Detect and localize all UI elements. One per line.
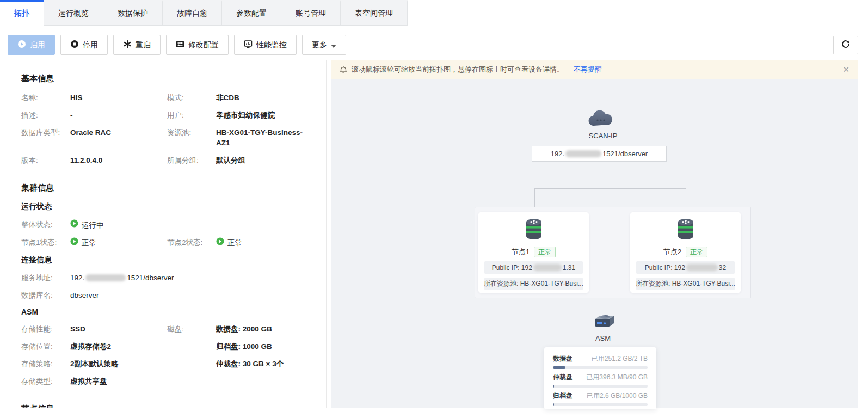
archive-disk-usage: 已用2.6 GB/1000 GB <box>587 391 648 401</box>
info-row: 存储策略:2副本默认策略 仲裁盘: 30 GB × 3个 <box>21 359 313 369</box>
resource-pool-label: 资源池: <box>167 127 216 148</box>
dbtype-label: 数据库类型: <box>21 127 70 148</box>
monitor-chart-icon <box>244 40 253 50</box>
chevron-down-icon <box>331 41 336 50</box>
node-info-title: 节点信息 <box>21 404 313 408</box>
redacted-ip-mask <box>533 264 562 271</box>
more-button-label: 更多 <box>312 40 327 50</box>
tab-bar: 拓扑 运行概览 数据保护 故障自愈 参数配置 账号管理 表空间管理 <box>0 0 868 26</box>
node2-status-badge: 正常 <box>686 247 707 257</box>
node2-status-value: 正常 <box>227 238 242 248</box>
quorum-disk-usage: 已用396.3 MB/90 GB <box>586 373 648 382</box>
archive-disk-progress <box>553 403 648 406</box>
node1-status-label: 节点1状态: <box>21 237 70 248</box>
data-disk-value: 数据盘: 2000 GB <box>216 324 272 334</box>
perf-monitor-button[interactable]: 性能监控 <box>234 35 297 55</box>
user-label: 用户: <box>167 110 216 120</box>
enable-button[interactable]: 启用 <box>8 35 55 55</box>
scan-ip-label: SCAN-IP <box>559 132 647 140</box>
node2-card[interactable]: 节点2 正常 Public IP: 19232 所在资源池: HB-XG01-T… <box>630 212 741 293</box>
database-info-panel: 基本信息 名称:HIS 模式:非CDB 描述:- 用户:孝感市妇幼保健院 数据库… <box>8 60 327 408</box>
data-disk-name: 数据盘 <box>553 354 572 364</box>
basic-info-title: 基本信息 <box>21 73 313 84</box>
node1-status-value: 正常 <box>82 238 96 248</box>
service-address-value: 192.1521/dbserver <box>70 273 174 283</box>
disk-row: 仲裁盘 已用396.3 MB/90 GB <box>553 373 648 382</box>
notice-bar: 滚动鼠标滚轮可缩放当前拓扑图，悬停在图标上时可查看设备详情。 不再提醒 ✕ <box>331 60 858 79</box>
connector-line <box>599 162 599 188</box>
redacted-ip-mask <box>565 150 601 157</box>
modify-config-label: 修改配置 <box>188 40 219 50</box>
modify-config-button[interactable]: 修改配置 <box>166 35 229 55</box>
version-value: 11.2.0.4.0 <box>70 155 102 165</box>
description-label: 描述: <box>21 110 70 120</box>
toolbar: 启用 停用 重启 修改配置 性能监控 更多 <box>8 35 346 55</box>
info-row: 数据库名:dbserver <box>21 290 313 300</box>
run-status-title: 运行状态 <box>21 202 313 212</box>
dont-remind-link[interactable]: 不再提醒 <box>574 65 602 75</box>
storage-perf-value: SSD <box>70 324 85 334</box>
node1-public-ip: Public IP: 1921.31 <box>484 261 583 274</box>
asm-label: ASM <box>570 334 636 342</box>
topology-canvas[interactable]: 滚动鼠标滚轮可缩放当前拓扑图，悬停在图标上时可查看设备详情。 不再提醒 ✕ SC… <box>331 60 858 408</box>
topology-diagram[interactable]: SCAN-IP 192.1521/dbserver 节点1 正常 <box>331 79 858 408</box>
tabbar-filler <box>408 0 868 26</box>
asm-title: ASM <box>21 308 313 316</box>
database-icon <box>673 216 699 244</box>
tab-tablespace[interactable]: 表空间管理 <box>341 0 408 26</box>
node1-status-badge: 正常 <box>534 247 556 257</box>
storage-policy-label: 存储策略: <box>21 359 70 369</box>
notice-text: 滚动鼠标滚轮可缩放当前拓扑图，悬停在图标上时可查看设备详情。 <box>352 65 564 75</box>
running-status-icon <box>70 219 78 230</box>
node2-resource-pool: 所在资源池: HB-XG01-TGY-Busi... <box>636 278 735 290</box>
scan-ip-address-box: 192.1521/dbserver <box>532 146 667 162</box>
bell-icon <box>340 66 347 74</box>
info-row: 服务地址: 192.1521/dbserver <box>21 273 313 283</box>
restart-button-label: 重启 <box>136 40 151 50</box>
group-value: 默认分组 <box>216 155 245 165</box>
notice-close-icon[interactable]: ✕ <box>842 65 849 75</box>
tab-self-healing[interactable]: 故障自愈 <box>163 0 222 26</box>
tab-parameters[interactable]: 参数配置 <box>222 0 281 26</box>
restart-icon <box>123 40 132 50</box>
empty-label <box>167 359 216 369</box>
refresh-icon <box>841 40 850 51</box>
enable-button-label: 启用 <box>30 40 45 50</box>
sliders-icon <box>176 40 184 50</box>
node2-public-ip: Public IP: 19232 <box>636 261 735 274</box>
dbtype-value: Oracle RAC <box>70 127 111 148</box>
running-status-icon <box>216 237 224 248</box>
quorum-disk-value: 仲裁盘: 30 GB × 3个 <box>216 359 284 369</box>
tab-topology[interactable]: 拓扑 <box>0 0 44 26</box>
disk-row: 数据盘 已用251.2 GB/2 TB <box>553 354 648 364</box>
dbname-label: 数据库名: <box>21 290 70 300</box>
disk-label: 磁盘: <box>167 324 216 334</box>
disable-button[interactable]: 停用 <box>60 35 108 55</box>
node1-name: 节点1 <box>512 247 530 257</box>
cluster-info-title: 集群信息 <box>21 183 313 193</box>
refresh-button[interactable] <box>833 36 858 54</box>
asm-storage-icon[interactable] <box>591 310 617 334</box>
restart-button[interactable]: 重启 <box>113 35 161 55</box>
more-button[interactable]: 更多 <box>302 35 346 55</box>
storage-location-value: 虚拟存储卷2 <box>70 341 111 352</box>
disable-button-label: 停用 <box>83 40 98 50</box>
storage-policy-value: 2副本默认策略 <box>70 359 119 369</box>
page-right-edge <box>866 0 866 418</box>
overall-status-value: 运行中 <box>82 220 104 230</box>
scan-ip-cloud-icon[interactable] <box>587 109 615 131</box>
stop-circle-icon <box>70 40 79 50</box>
node2-name: 节点2 <box>663 247 681 257</box>
archive-disk-name: 归档盘 <box>553 391 572 401</box>
dbname-value: dbserver <box>70 290 99 300</box>
node1-card[interactable]: 节点1 正常 Public IP: 1921.31 所在资源池: HB-XG01… <box>478 212 589 293</box>
tab-overview[interactable]: 运行概览 <box>44 0 103 26</box>
info-row: 版本:11.2.0.4.0 所属分组:默认分组 <box>21 155 313 165</box>
running-status-icon <box>70 237 78 248</box>
info-row: 描述:- 用户:孝感市妇幼保健院 <box>21 110 313 120</box>
info-row: 存储类型:虚拟共享盘 <box>21 376 313 386</box>
tab-accounts[interactable]: 账号管理 <box>281 0 341 26</box>
tab-data-protection[interactable]: 数据保护 <box>103 0 163 26</box>
section-divider <box>21 173 313 173</box>
mode-value: 非CDB <box>216 93 239 103</box>
